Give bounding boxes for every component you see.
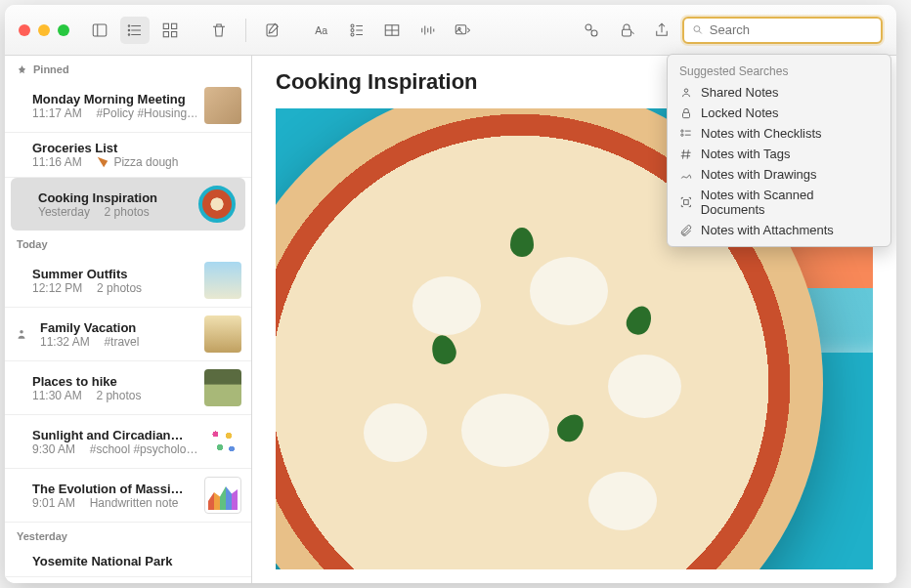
suggestions-header: Suggested Searches [668,61,890,82]
toolbar-separator [245,19,246,42]
svg-point-37 [684,88,688,92]
suggestion-attachments[interactable]: Notes with Attachments [668,220,890,240]
note-title: Cooking Inspiration [38,190,191,205]
svg-point-36 [20,330,23,334]
svg-point-14 [351,24,354,27]
suggestion-checklists[interactable]: Notes with Checklists [668,123,890,144]
note-item-sunlight[interactable]: Sunlight and Circadian… 9:30 AM #school … [5,415,251,469]
note-title: The Evolution of Massi… [32,482,196,496]
svg-point-16 [351,28,354,31]
search-input[interactable] [710,22,873,37]
delete-note-button[interactable] [204,17,234,44]
svg-rect-9 [172,23,177,28]
pizza-icon [96,155,109,169]
note-subtitle: 9:01 AM Handwritten note [32,496,196,510]
drawing-icon [679,168,693,182]
shared-icon [15,327,28,341]
window-controls [19,24,69,36]
suggestion-shared-notes[interactable]: Shared Notes [668,82,890,103]
note-subtitle: 11:32 AM #travel [40,335,196,349]
svg-point-7 [128,33,130,35]
note-subtitle: 12:12 PM 2 photos [32,281,196,295]
note-item-yosemite[interactable]: Yosemite National Park [5,546,251,577]
table-button[interactable] [377,17,407,44]
today-header: Today [5,231,251,254]
lock-icon [679,106,693,120]
note-thumbnail [204,315,241,353]
note-item-cooking[interactable]: Cooking Inspiration Yesterday 2 photos [11,178,245,231]
svg-line-35 [699,31,701,33]
note-item-places-to-hike[interactable]: Places to hike 11:30 AM 2 photos [5,361,251,415]
pinned-header: Pinned [5,56,251,79]
link-note-button[interactable] [577,17,606,44]
search-suggestions: Suggested Searches Shared Notes Locked N… [667,54,891,247]
svg-rect-0 [93,24,107,36]
note-title: Places to hike [32,374,196,389]
tag-icon [679,147,693,161]
svg-rect-28 [456,24,466,33]
share-button[interactable] [647,17,676,44]
svg-point-18 [351,33,354,36]
svg-point-30 [586,24,591,30]
suggestion-drawings[interactable]: Notes with Drawings [668,164,890,185]
search-icon [692,23,704,36]
svg-rect-8 [163,23,168,28]
zoom-window-button[interactable] [58,24,69,36]
suggestion-scanned[interactable]: Notes with Scanned Documents [668,185,890,220]
checklist-icon [679,127,693,141]
search-field[interactable] [682,17,883,44]
svg-point-39 [681,129,683,131]
audio-button[interactable] [412,17,442,44]
svg-point-34 [694,26,700,32]
close-window-button[interactable] [19,24,30,36]
pin-icon [17,64,27,75]
note-thumbnail [204,423,241,460]
app-window: Aa [5,5,896,583]
new-note-button[interactable] [258,17,287,44]
attachment-icon [679,224,693,237]
svg-rect-12 [267,24,278,36]
svg-point-5 [128,24,130,26]
note-subtitle: 11:16 AM Pizza dough [32,155,241,169]
gallery-view-button[interactable] [155,17,185,44]
svg-rect-11 [172,31,177,36]
note-title: Yosemite National Park [32,554,241,568]
note-title: Family Vacation [40,320,196,335]
svg-rect-33 [623,29,631,36]
yesterday-header: Yesterday [5,523,251,546]
suggestion-locked-notes[interactable]: Locked Notes [668,103,890,123]
note-item-monday-meeting[interactable]: Monday Morning Meeting 11:17 AM #Policy … [5,79,251,133]
lock-note-button[interactable] [612,17,641,44]
svg-line-32 [590,29,592,31]
svg-point-41 [681,134,683,136]
minimize-window-button[interactable] [38,24,50,36]
svg-point-6 [128,29,130,31]
note-item-family-vacation[interactable]: Family Vacation 11:32 AM #travel [5,308,251,361]
titlebar: Aa [5,5,896,56]
checklist-button[interactable] [342,17,371,44]
note-subtitle: Yesterday 2 photos [38,205,191,219]
svg-rect-10 [163,31,168,36]
note-item-evolution[interactable]: The Evolution of Massi… 9:01 AM Handwrit… [5,469,251,523]
toggle-sidebar-button[interactable] [85,17,114,44]
note-title: Groceries List [32,141,241,155]
suggestion-tags[interactable]: Notes with Tags [668,144,890,164]
note-subtitle: 9:30 AM #school #psycholo… [32,442,196,456]
note-thumbnail [198,186,236,223]
note-item-groceries[interactable]: Groceries List 11:16 AM Pizza dough [5,133,251,178]
format-button[interactable]: Aa [307,17,336,44]
note-item-summer-outfits[interactable]: Summer Outfits 12:12 PM 2 photos [5,254,251,308]
svg-point-31 [591,30,597,36]
notes-list[interactable]: Pinned Monday Morning Meeting 11:17 AM #… [5,56,252,583]
note-thumbnail [204,262,241,299]
svg-line-43 [683,149,684,158]
note-subtitle: 11:30 AM 2 photos [32,389,196,402]
note-title: Sunlight and Circadian… [32,428,196,442]
list-view-button[interactable] [120,17,150,44]
note-thumbnail [204,477,241,514]
media-button[interactable] [448,17,477,44]
svg-rect-38 [683,112,690,117]
svg-text:Aa: Aa [315,23,327,35]
note-title: Summer Outfits [32,267,196,281]
scan-icon [679,195,693,209]
